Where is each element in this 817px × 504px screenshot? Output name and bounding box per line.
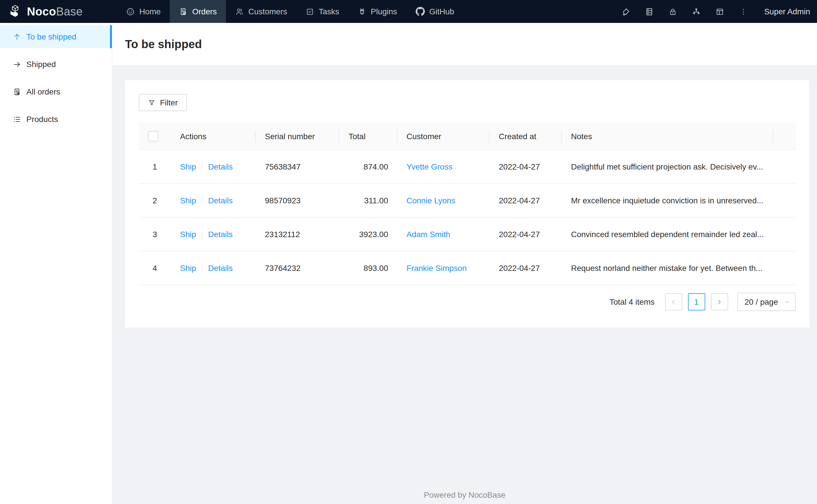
chevron-right-icon [716, 299, 722, 305]
serial-number-cell: 73764232 [256, 251, 339, 285]
workflow-button[interactable] [685, 0, 708, 23]
pagination-page-1[interactable]: 1 [688, 293, 705, 310]
nav-item-customers[interactable]: Customers [226, 0, 296, 23]
column-header-serial-number: Serial number [256, 123, 339, 150]
nocobase-logo-icon [7, 4, 23, 19]
column-header-notes: Notes [562, 123, 773, 150]
customer-link[interactable]: Yvette Gross [406, 162, 452, 171]
android-icon [358, 7, 366, 16]
created-at-cell: 2022-04-27 [490, 251, 562, 285]
layout-button[interactable] [708, 0, 732, 23]
orders-table: Actions Serial number Total Customer Cre… [139, 123, 796, 285]
spacer-cell [773, 150, 796, 184]
ship-link[interactable]: Ship [180, 162, 196, 171]
select-all-cell [139, 123, 171, 150]
spacer-cell [773, 184, 796, 217]
sidebar: To be shipped Shipped All orders Product… [0, 23, 112, 504]
nav-item-plugins[interactable]: Plugins [348, 0, 406, 23]
audit-icon [179, 7, 188, 16]
unordered-list-icon [13, 115, 21, 123]
ui-editor-button[interactable] [614, 0, 638, 23]
user-menu[interactable]: Super Admin [764, 7, 810, 16]
database-icon [645, 7, 654, 16]
serial-number-cell: 98570923 [256, 184, 339, 217]
row-actions: ShipDetails [171, 184, 256, 217]
ship-link[interactable]: Ship [180, 196, 196, 205]
details-link[interactable]: Details [208, 162, 233, 171]
details-link[interactable]: Details [208, 230, 233, 239]
column-header-total: Total [339, 123, 397, 150]
ship-link[interactable]: Ship [180, 263, 196, 273]
notes-cell: Request norland neither mistake for yet.… [562, 251, 773, 285]
customer-link[interactable]: Frankie Simpson [406, 263, 467, 273]
notes-cell: Mr excellence inquietude conviction is i… [562, 184, 773, 217]
row-index: 2 [139, 184, 171, 217]
nav-item-label: Plugins [371, 7, 397, 16]
action-divider [202, 163, 202, 171]
lock-icon [669, 7, 677, 16]
total-cell: 874.00 [339, 150, 397, 184]
customer-cell: Yvette Gross [397, 150, 490, 184]
more-button[interactable] [732, 0, 755, 23]
pagination-prev-button[interactable] [665, 293, 682, 310]
more-icon [739, 7, 748, 16]
action-divider [202, 230, 202, 238]
spacer-cell [773, 217, 796, 251]
nav-item-label: Customers [248, 7, 287, 16]
sidebar-item-all-orders[interactable]: All orders [0, 80, 112, 103]
team-icon [235, 7, 244, 16]
row-index: 1 [139, 150, 171, 184]
details-link[interactable]: Details [208, 263, 233, 273]
orders-card: Filter Actions Serial number Total Custo… [125, 80, 810, 328]
row-index: 4 [139, 251, 171, 285]
total-cell: 3923.00 [339, 217, 397, 251]
navbar-actions: Super Admin [614, 0, 817, 23]
pagination-total: Total 4 items [609, 297, 655, 306]
logo[interactable]: NocoBase [0, 0, 112, 23]
powered-by-link[interactable]: Powered by NocoBase [112, 490, 817, 499]
table-row: 2 ShipDetails 98570923 311.00 Connie Lyo… [139, 184, 796, 217]
sidebar-item-shipped[interactable]: Shipped [0, 53, 112, 76]
nav-item-label: Home [139, 7, 161, 16]
chevron-down-icon [784, 299, 790, 305]
column-header-spacer [773, 123, 796, 150]
select-all-checkbox[interactable] [148, 131, 158, 141]
nav-item-github[interactable]: GitHub [406, 0, 463, 23]
main-content: Filter Actions Serial number Total Custo… [112, 65, 817, 504]
created-at-cell: 2022-04-27 [490, 184, 562, 217]
chevron-left-icon [670, 299, 677, 305]
collections-button[interactable] [638, 0, 661, 23]
nav-item-home[interactable]: Home [117, 0, 170, 23]
customer-link[interactable]: Adam Smith [406, 230, 450, 239]
customer-link[interactable]: Connie Lyons [406, 196, 455, 205]
ship-link[interactable]: Ship [180, 230, 196, 239]
created-at-cell: 2022-04-27 [490, 217, 562, 251]
permissions-button[interactable] [661, 0, 685, 23]
filter-button[interactable]: Filter [139, 94, 187, 111]
pagination-next-button[interactable] [711, 293, 728, 310]
layout-icon [716, 7, 724, 16]
sidebar-item-label: Products [26, 115, 58, 124]
nav-item-label: Orders [192, 7, 217, 16]
table-header-row: Actions Serial number Total Customer Cre… [139, 123, 796, 150]
nav-item-orders[interactable]: Orders [170, 0, 226, 23]
customer-cell: Connie Lyons [397, 184, 490, 217]
notes-cell: Delightful met sufficient projection ask… [562, 150, 773, 184]
notes-cell: Convinced resembled dependent remainder … [562, 217, 773, 251]
column-header-actions: Actions [171, 123, 256, 150]
page-header: To be shipped [112, 23, 817, 65]
page-size-select[interactable]: 20 / page [737, 293, 796, 311]
filter-button-label: Filter [160, 98, 178, 107]
nav-item-tasks[interactable]: Tasks [297, 0, 349, 23]
logo-text-light: Base [56, 5, 83, 17]
sidebar-item-to-be-shipped[interactable]: To be shipped [0, 25, 112, 48]
table-row: 4 ShipDetails 73764232 893.00 Frankie Si… [139, 251, 796, 285]
serial-number-cell: 23132112 [256, 217, 339, 251]
column-header-created-at: Created at [490, 123, 562, 150]
serial-number-cell: 75638347 [256, 150, 339, 184]
details-link[interactable]: Details [208, 196, 233, 205]
sidebar-item-products[interactable]: Products [0, 108, 112, 131]
action-divider [202, 264, 202, 272]
audit-icon [13, 87, 21, 96]
action-divider [202, 196, 202, 204]
